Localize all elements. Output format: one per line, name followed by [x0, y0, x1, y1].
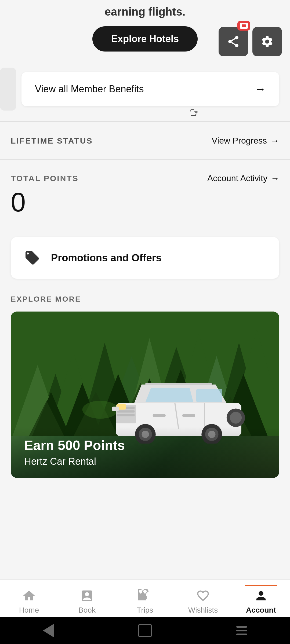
explore-more-label: EXPLORE MORE — [11, 295, 279, 303]
earn-points-text: Earn 500 Points — [24, 438, 266, 453]
explore-more-section: EXPLORE MORE — [0, 295, 290, 489]
svg-rect-41 — [117, 410, 135, 412]
nav-item-home[interactable]: Home — [0, 585, 58, 614]
trips-icon — [137, 588, 153, 604]
nav-item-trips[interactable]: Trips — [116, 585, 174, 614]
promotions-icon — [24, 250, 40, 266]
total-points-label: TOTAL POINTS — [11, 174, 79, 183]
svg-line-4 — [231, 39, 235, 41]
nav-item-book[interactable]: Book — [58, 585, 116, 614]
points-value: 0 — [11, 189, 279, 215]
account-icon — [253, 588, 269, 604]
account-activity-link[interactable]: Account Activity → — [207, 173, 279, 183]
view-progress-link[interactable]: View Progress → — [212, 136, 279, 146]
explore-hotels-button[interactable]: Explore Hotels — [92, 26, 198, 52]
gear-icon — [260, 35, 274, 48]
svg-rect-37 — [182, 414, 195, 417]
total-points-section: TOTAL POINTS Account Activity → 0 — [0, 160, 290, 237]
member-benefits-arrow-icon: → — [255, 83, 266, 96]
svg-rect-42 — [117, 414, 135, 416]
view-member-benefits-card[interactable]: View all Member Benefits → — [21, 72, 279, 106]
hertz-card[interactable]: Earn 500 Points Hertz Car Rental — [11, 312, 279, 478]
svg-point-51 — [230, 412, 242, 424]
notification-badge — [237, 21, 250, 31]
bottom-navigation: Home Book Trips Wishlists — [0, 579, 290, 617]
account-activity-arrow-icon: → — [271, 173, 279, 183]
floating-action-buttons — [219, 27, 282, 56]
svg-point-2 — [235, 44, 238, 47]
nav-item-account[interactable]: Account — [232, 585, 290, 614]
nav-item-wishlists[interactable]: Wishlists — [174, 585, 232, 614]
view-progress-text: View Progress — [212, 136, 267, 146]
svg-rect-38 — [153, 414, 166, 417]
svg-line-3 — [231, 42, 235, 45]
view-progress-arrow-icon: → — [270, 136, 279, 146]
benefits-left-card — [0, 68, 16, 111]
svg-rect-52 — [145, 383, 212, 385]
android-navigation-bar — [0, 617, 290, 644]
svg-rect-53 — [112, 407, 119, 411]
android-recents-button[interactable] — [234, 623, 250, 639]
home-icon — [21, 588, 37, 604]
share-button[interactable] — [219, 27, 248, 56]
promotions-label: Promotions and Offers — [51, 252, 162, 264]
android-home-button[interactable] — [137, 623, 153, 639]
book-label: Book — [78, 606, 96, 614]
explore-card-content: Earn 500 Points Hertz Car Rental — [11, 427, 279, 478]
share-icon — [227, 35, 240, 48]
svg-point-1 — [228, 40, 232, 43]
home-label: Home — [19, 606, 39, 614]
earning-text: earning flights. — [0, 5, 290, 18]
svg-point-0 — [235, 36, 238, 39]
account-activity-text: Account Activity — [207, 173, 267, 183]
account-label: Account — [246, 606, 276, 614]
book-icon — [79, 588, 95, 604]
trips-label: Trips — [137, 606, 153, 614]
hertz-rental-text: Hertz Car Rental — [24, 456, 266, 467]
wishlists-icon — [195, 588, 211, 604]
lifetime-status-label: LIFETIME STATUS — [11, 136, 93, 145]
settings-button[interactable] — [252, 27, 282, 56]
svg-rect-34 — [196, 389, 222, 402]
view-member-benefits-label: View all Member Benefits — [35, 83, 144, 95]
wishlists-label: Wishlists — [188, 606, 218, 614]
member-benefits-section: View all Member Benefits → — [0, 62, 290, 121]
android-back-button[interactable] — [40, 623, 56, 639]
lifetime-status-section: LIFETIME STATUS View Progress → — [0, 122, 290, 159]
promotions-card[interactable]: Promotions and Offers — [11, 237, 279, 279]
